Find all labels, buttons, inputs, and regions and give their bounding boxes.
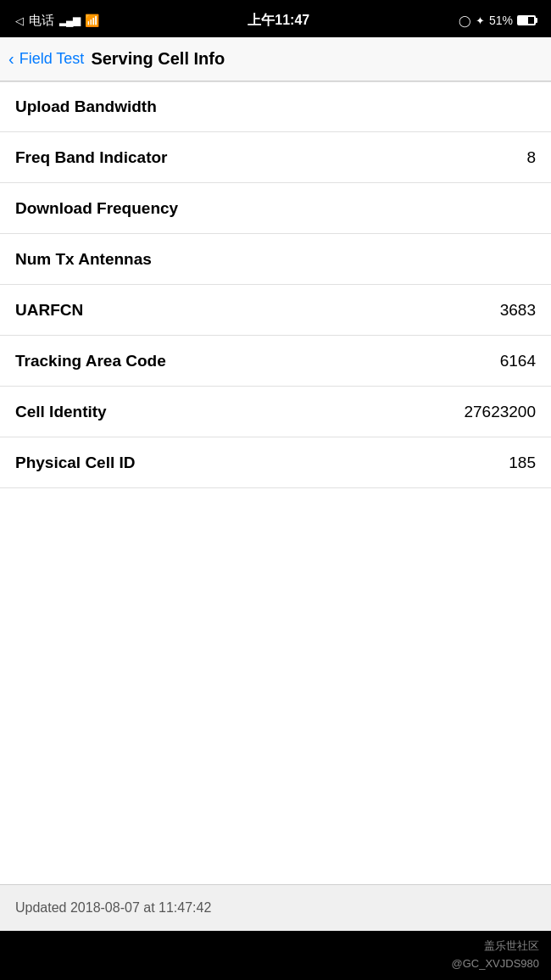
status-right: ◯ ✦ 51%	[459, 14, 536, 27]
location-icon: ◯	[459, 14, 471, 27]
list-item: Upload Bandwidth	[0, 81, 551, 132]
watermark: 盖乐世社区 @GC_XVJDS980	[0, 931, 551, 980]
updated-text: Updated 2018-08-07 at 11:47:42	[15, 900, 211, 915]
back-chevron-icon: ‹	[8, 49, 14, 69]
list-container: Upload BandwidthFreq Band Indicator8Down…	[0, 81, 551, 874]
back-arrow-icon: ◁	[15, 14, 24, 27]
main-content: ‹ Field Test Serving Cell Info Upload Ba…	[0, 37, 551, 931]
item-label: Download Frequency	[15, 199, 178, 218]
item-label: Num Tx Antennas	[15, 250, 152, 269]
status-bar: ◁ 电话 ▂▄▆ 📶 上午11:47 ◯ ✦ 51%	[0, 0, 551, 37]
item-value: 185	[509, 454, 536, 472]
battery-icon	[517, 15, 536, 25]
wifi-icon: 📶	[85, 14, 99, 27]
nav-bar: ‹ Field Test Serving Cell Info	[0, 37, 551, 81]
item-label: UARFCN	[15, 301, 83, 320]
item-label: Tracking Area Code	[15, 352, 166, 370]
item-label: Cell Identity	[15, 403, 107, 421]
item-value: 3683	[500, 301, 536, 320]
item-label: Upload Bandwidth	[15, 97, 157, 116]
item-value: 6164	[500, 352, 536, 370]
watermark-line1: 盖乐世社区	[12, 938, 539, 955]
item-label: Physical Cell ID	[15, 454, 136, 472]
back-label: Field Test	[19, 50, 85, 68]
status-left: ◁ 电话 ▂▄▆ 📶	[15, 13, 99, 29]
item-value: 8	[526, 148, 536, 167]
list-item: Physical Cell ID185	[0, 437, 551, 488]
item-value: 27623200	[464, 403, 536, 421]
status-time: 上午11:47	[248, 12, 309, 30]
item-label: Freq Band Indicator	[15, 148, 167, 167]
list-item: Num Tx Antennas	[0, 234, 551, 285]
footer-section: Updated 2018-08-07 at 11:47:42	[0, 884, 551, 931]
list-item: UARFCN3683	[0, 285, 551, 336]
back-button[interactable]: ‹ Field Test	[8, 49, 84, 69]
list-item: Tracking Area Code6164	[0, 336, 551, 387]
signal-icon: ▂▄▆	[59, 14, 80, 26]
page-title: Serving Cell Info	[91, 49, 225, 69]
list-item: Download Frequency	[0, 183, 551, 234]
carrier-label: 电话	[29, 13, 54, 29]
watermark-line2: @GC_XVJDS980	[12, 955, 539, 973]
list-item: Freq Band Indicator8	[0, 132, 551, 183]
list-item: Cell Identity27623200	[0, 387, 551, 437]
bluetooth-icon: ✦	[476, 14, 485, 27]
battery-percent: 51%	[489, 14, 513, 27]
